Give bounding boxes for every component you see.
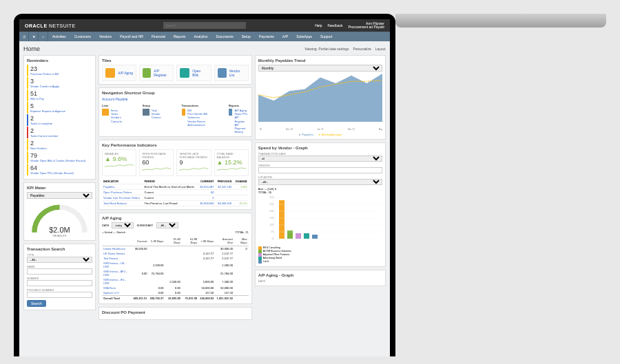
shortcuts-subtitle: Account Payable	[102, 97, 249, 101]
svg-text:0k: 0k	[272, 237, 275, 240]
transaction-search-portlet: Transaction Search TYPE- All - NAME NUMB…	[23, 244, 96, 310]
spend-location[interactable]: - All -	[258, 179, 382, 185]
table-row: Total Bank BalanceThis Period vs. Last P…	[102, 201, 249, 206]
aging-view[interactable]: + United — Stretch	[102, 231, 125, 234]
shortcut-link[interactable]: Contact	[152, 116, 161, 119]
aging-total: TOTAL: 21	[236, 231, 249, 234]
menu-suiteapps[interactable]: SuiteApps	[292, 34, 316, 39]
tsearch-number[interactable]	[27, 280, 92, 286]
reminder-item[interactable]: 2Tasks to complete	[27, 114, 92, 126]
tsearch-pocheck[interactable]	[27, 292, 92, 298]
menu-financial[interactable]: Financial	[147, 34, 169, 39]
aging-date-select[interactable]: today	[112, 222, 134, 228]
menu-ap[interactable]: A/P	[278, 34, 292, 39]
tile-open-bills[interactable]: Open Bills	[176, 65, 211, 81]
menu-payroll[interactable]: Payroll and HR	[116, 34, 147, 39]
aging-sub-select[interactable]: - All -	[156, 222, 178, 228]
table-row: SSA Farm0.000.0050,000.0050,000.00	[102, 286, 249, 290]
trend-title: Monthly Payables Trend	[258, 58, 382, 63]
tile-vendor-list[interactable]: Vendor List	[214, 65, 249, 81]
clock-icon[interactable]: ◷	[19, 32, 29, 41]
reminder-item[interactable]: 5Expense Reports to Approve	[27, 102, 92, 114]
svg-text:150k: 150k	[269, 217, 274, 220]
reminder-item[interactable]: 23Purchase Orders to Bill	[27, 65, 92, 76]
global-search-input[interactable]	[163, 22, 246, 29]
reminder-item[interactable]: 3Vendor Credits to Apply	[27, 77, 92, 89]
personalize-link[interactable]: Personalize	[353, 47, 371, 51]
reminder-item[interactable]: 51Bills to Pay	[27, 89, 92, 101]
svg-text:250k: 250k	[269, 203, 274, 206]
menu-payments[interactable]: Payments	[255, 34, 278, 39]
menu-activities[interactable]: Activities	[48, 34, 70, 39]
shortcut-link[interactable]: Print Vendor Bill Variances	[187, 112, 208, 119]
aging-table: Current1-30 Days31-60 Days61-90 Days> 90…	[102, 236, 249, 301]
kpi-table: INDICATORPERIODCURRENTPREVIOUSCHANGE Pay…	[102, 179, 249, 206]
kpi-card[interactable]: PAYABLES▲ 9.6%	[102, 149, 136, 176]
shortcut-link[interactable]: A/P Payment History	[234, 123, 248, 134]
kpi-card[interactable]: TOTAL BANK BALANCE▲ 15.2%	[214, 149, 249, 176]
table-row: Open Purchase OrdersCurrent60	[102, 190, 249, 195]
tile-ap-aging[interactable]: A/P Aging	[102, 65, 136, 81]
tsearch-name[interactable]	[27, 268, 92, 275]
menu-vendors[interactable]: Vendors	[95, 34, 116, 39]
table-row: SVB Interco - UK - USD2,500.002,500.00	[102, 261, 249, 269]
menu-analytics[interactable]: Analytics	[189, 34, 211, 39]
trend-select[interactable]: Monthly	[258, 65, 382, 72]
spend-date[interactable]: all	[258, 156, 382, 162]
tsearch-type[interactable]: - All -	[27, 257, 92, 263]
svg-rect-6	[287, 231, 293, 239]
svg-text:Sep '20: Sep '20	[258, 128, 262, 131]
spend-portlet: Spend by Vendor - Graph TRANSACTION DATE…	[255, 142, 386, 267]
trend-chart: Sep '20Nov '20Jan '21Mar '21May '21	[258, 74, 382, 132]
kpi-portlet: Key Performance Indicators PAYABLES▲ 9.6…	[99, 140, 252, 210]
help-link[interactable]: Help	[315, 23, 322, 28]
tiles-title: Tiles	[102, 58, 249, 63]
menu-documents[interactable]: Documents	[211, 34, 237, 39]
kpi-card[interactable]: OPEN PURCHASE ORDERS60	[139, 149, 174, 176]
trend-portlet: Monthly Payables Trend Monthly Sep '20No…	[255, 55, 386, 140]
menu-setup[interactable]: Setup	[238, 34, 255, 39]
star-icon[interactable]: ★	[29, 32, 39, 41]
user-info[interactable]: Ann Flipster Procurement ad Payabl	[348, 22, 384, 30]
kpi-card[interactable]: VENDOR LATE PURCHASE ORDERS9	[176, 149, 211, 176]
kpi-meter-portlet: KPI Meter Payables $2.0M PAYABLES	[23, 182, 96, 241]
spend-title: Spend by Vendor - Graph	[258, 146, 382, 150]
menu-reports[interactable]: Reports	[169, 34, 190, 39]
aging-title: A/P Aging	[102, 216, 249, 220]
register-icon	[143, 68, 151, 78]
home-icon[interactable]: ⌂	[39, 32, 48, 41]
feedback-link[interactable]: Feedback	[328, 23, 343, 28]
aging-graph-portlet: A/P Aging - Graph DATE	[255, 270, 386, 286]
legend-item[interactable]: List ▾	[258, 260, 382, 264]
svg-text:50k: 50k	[271, 231, 274, 233]
menu-customers[interactable]: Customers	[70, 34, 95, 39]
table-row: SVB Interco - APJ - USD0.0025,784.0025,7…	[102, 269, 249, 277]
svg-text:100k: 100k	[269, 224, 274, 226]
reminder-item[interactable]: 2Tasks that are overdue	[27, 127, 92, 138]
shortcut-link[interactable]: Vendor Return Authorizations	[187, 120, 208, 127]
table-row: Test Finocio2,117.772,117.77	[102, 256, 249, 261]
svg-rect-5	[279, 200, 285, 239]
shortcut-link[interactable]: A/P Register	[234, 116, 248, 122]
kpi-meter-select[interactable]: Payables	[27, 192, 92, 199]
legend-movavg: Moving Average	[319, 133, 342, 136]
spend-vendor[interactable]	[258, 167, 382, 173]
shortcut-link[interactable]: Contacts	[111, 120, 122, 123]
layout-link[interactable]: Layout	[375, 47, 386, 51]
page-title: Home	[23, 45, 40, 52]
shortcut-icon	[182, 109, 186, 116]
discount-title: Discount PO Payment	[102, 310, 249, 314]
menu-support[interactable]: Support	[316, 34, 337, 39]
viewing-link[interactable]: Viewing: Portlet date settings	[304, 47, 349, 51]
shortcuts-portlet: Navigation Shortcut Group Account Payabl…	[99, 87, 252, 137]
tsearch-button[interactable]: Search	[27, 300, 46, 307]
tile-ap-register[interactable]: A/P Register	[139, 65, 174, 81]
discount-portlet: Discount PO Payment	[99, 307, 252, 320]
aging-graph-title: A/P Aging - Graph	[258, 273, 382, 277]
menubar: ◷ ★ ⌂ Activities Customers Vendors Payro…	[19, 32, 390, 41]
reminder-item[interactable]: 79Vendor Open Bills & Credits (Vendor Re…	[27, 151, 92, 163]
svg-text:300k: 300k	[269, 196, 274, 199]
reminder-item[interactable]: 2New Vendors	[27, 139, 92, 151]
reminder-item[interactable]: 64Vendor Open POs (Vendor Record)	[27, 164, 92, 175]
table-row: SVB Interco - EU - USD2,500.005,000.007,…	[102, 277, 249, 286]
